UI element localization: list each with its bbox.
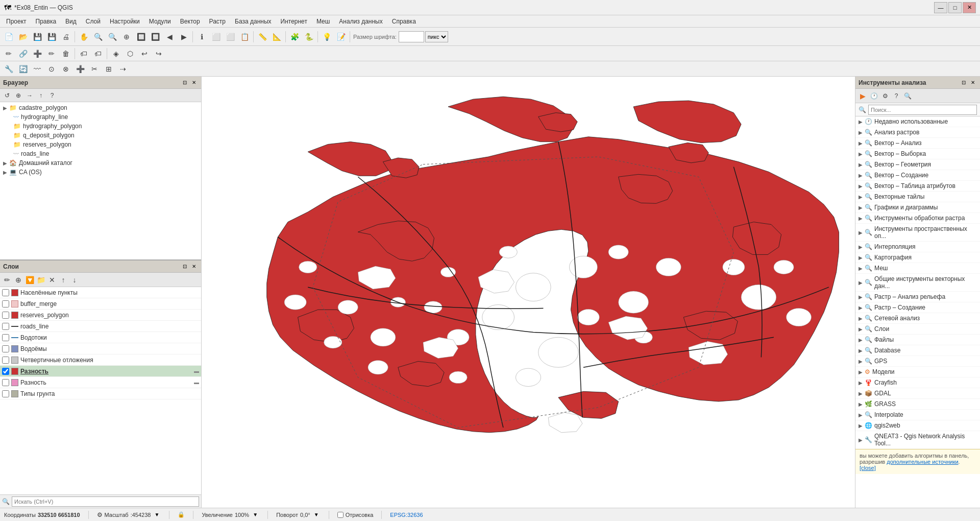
identify-btn[interactable]: ℹ [195,30,208,43]
open-project-btn[interactable]: 📂 [16,30,30,43]
analysis-config-btn[interactable]: ⚙ [880,91,890,101]
layers-panel-close-btn[interactable]: ✕ [190,263,198,271]
layer-checkbox-difference[interactable] [2,368,9,375]
layer-checkbox-buffer[interactable] [2,300,9,307]
menu-mesh[interactable]: Меш [312,17,334,26]
browser-up-btn[interactable]: ↑ [36,90,46,101]
menu-raster[interactable]: Растр [205,17,230,26]
menu-database[interactable]: База данных [231,17,275,26]
redo-btn[interactable]: ↪ [152,47,165,60]
analysis-item-vector-geom[interactable]: ▶ 🔍 Вектор – Геометрия [855,159,980,170]
analysis-help-btn[interactable]: ? [891,91,901,101]
layer-item-reserves-poly[interactable]: reserves_polygon [0,310,201,321]
minimize-button[interactable]: — [934,2,947,13]
menu-layer[interactable]: Слой [82,17,105,26]
advanced-edit-btn[interactable]: 🔧 [2,62,15,76]
layer2-collapse-btn[interactable]: ▬ [194,380,199,385]
rotate-btn[interactable]: 🔄 [16,62,30,76]
undo-btn[interactable]: ↩ [138,47,151,60]
zoom-prev-btn[interactable]: ◀ [163,30,176,43]
zoom-dropdown-btn[interactable]: ▼ [251,511,259,519]
rotation-dropdown-btn[interactable]: ▼ [312,511,321,519]
analysis-item-vector-analysis[interactable]: ▶ 🔍 Вектор – Анализ [855,138,980,149]
scale-dropdown-btn[interactable]: ▼ [153,511,161,519]
layer-item-waterways[interactable]: Водотоки [0,332,201,343]
layer-checkbox-waterways[interactable] [2,334,9,341]
analysis-history-btn[interactable]: 🕐 [869,91,879,101]
snap-btn[interactable]: 🔗 [16,47,30,60]
analysis-item-qneat[interactable]: ▶ 🔧 QNEAT3 - Qgis Network Analysis Tool.… [855,431,980,449]
maximize-button[interactable]: □ [948,2,962,13]
analysis-item-vector-tiles[interactable]: ▶ 🔍 Векторные тайлы [855,192,980,202]
menu-project[interactable]: Проект [2,17,31,26]
browser-add-btn[interactable]: ⊕ [13,90,23,101]
label-btn[interactable]: 🏷 [77,47,90,60]
analysis-item-raster-create[interactable]: ▶ 🔍 Растр – Создание [855,302,980,313]
analysis-panel-float-btn[interactable]: ⊡ [960,79,968,87]
analysis-panel-close-btn[interactable]: ✕ [969,79,977,87]
analysis-item-dem[interactable]: ▶ 🔍 Растр – Анализ рельефа [855,292,980,302]
layers-panel-float-btn[interactable]: ⊡ [181,263,189,271]
tree-item-os[interactable]: ▶ 💻 CA (OS) [1,168,200,177]
analysis-item-general-vector[interactable]: ▶ 🔍 Общие инструменты векторных дан... [855,274,980,292]
plugins-btn[interactable]: 🧩 [288,30,301,43]
offset-btn[interactable]: ⇢ [116,62,130,76]
tree-item-home[interactable]: ▶ 🏠 Домашний каталог [1,158,200,168]
analysis-search-input[interactable] [868,105,977,115]
analysis-item-raster-tools[interactable]: ▶ 🔍 Инструменты обработки растра [855,213,980,224]
analysis-item-vector-table[interactable]: ▶ 🔍 Вектор – Таблица атрибутов [855,181,980,192]
epsg-button[interactable]: EPSG:32636 [390,512,423,518]
edit-feat-btn[interactable]: ✏ [45,47,58,60]
analysis-item-database[interactable]: ▶ 🔍 Database [855,345,980,356]
zoom-in-btn[interactable]: 🔍 [91,30,105,43]
tree-item-roads[interactable]: 〰 roads_line [1,149,200,158]
zoom-next-btn[interactable]: ▶ [177,30,190,43]
add-ring-btn[interactable]: ⊙ [45,62,58,76]
remove-ring-btn[interactable]: ⊗ [59,62,72,76]
layers-up-btn[interactable]: ↑ [58,275,68,285]
browser-help-btn[interactable]: ? [47,90,57,101]
add-feat-btn[interactable]: ➕ [31,47,44,60]
browser-import-btn[interactable]: → [24,90,35,101]
analysis-item-qgis2web[interactable]: ▶ 🌐 qgis2web [855,420,980,431]
zoom-layer-btn[interactable]: 🔲 [134,30,148,43]
analysis-item-mesh[interactable]: ▶ 🔍 Меш [855,263,980,274]
layer-checkbox-soil[interactable] [2,390,9,397]
layers-remove-btn[interactable]: ✕ [47,275,57,285]
analysis-item-gps[interactable]: ▶ 🔍 GPS [855,356,980,367]
layers-edit-btn[interactable]: ✏ [2,275,12,285]
simplify-btn[interactable]: 〰 [31,62,44,76]
layer-checkbox-quaternary[interactable] [2,357,9,364]
label-edit-btn[interactable]: 🏷 [91,47,105,60]
layers-down-btn[interactable]: ↓ [69,275,80,285]
layer-checkbox-settlements[interactable] [2,289,9,296]
search-input[interactable] [12,496,199,507]
open-table-btn[interactable]: 📋 [238,30,251,43]
menu-modules[interactable]: Модули [145,17,175,26]
digitize-btn[interactable]: ✏ [2,47,15,60]
analysis-run-btn[interactable]: ▶ [857,91,868,101]
layer-item-settlements[interactable]: Населённые пункты [0,287,201,298]
tree-item-reserves[interactable]: 📁 reserves_polygon [1,140,200,149]
menu-analysis[interactable]: Анализ данных [335,17,386,26]
analysis-item-interpolation[interactable]: ▶ 🔍 Интерполяция [855,242,980,252]
new-project-btn[interactable]: 📄 [2,30,15,43]
browser-refresh-btn[interactable]: ↺ [2,90,12,101]
pan-btn[interactable]: ✋ [77,30,90,43]
layer-item-quaternary[interactable]: Четвертичные отложения [0,354,201,366]
notice-link-close[interactable]: [close] [860,465,876,471]
layers-group-btn[interactable]: 📁 [36,275,46,285]
select-btn[interactable]: ⬜ [209,30,223,43]
layer-checkbox-difference2[interactable] [2,379,9,386]
menu-internet[interactable]: Интернет [277,17,311,26]
tree-item-deposit[interactable]: 📁 q_deposit_polygon [1,131,200,140]
layer-item-waterbodies[interactable]: Водоёмы [0,343,201,354]
analysis-item-layers[interactable]: ▶ 🔍 Слои [855,324,980,335]
close-button[interactable]: ✕ [963,2,976,13]
layer-collapse-btn[interactable]: ▬ [194,368,199,374]
analysis-search-btn[interactable]: 🔍 [902,91,913,101]
python-btn[interactable]: 🐍 [302,30,315,43]
menu-vector[interactable]: Вектор [176,17,204,26]
zoom-full-btn[interactable]: ⊕ [120,30,133,43]
save-as-btn[interactable]: 💾 [45,30,58,43]
